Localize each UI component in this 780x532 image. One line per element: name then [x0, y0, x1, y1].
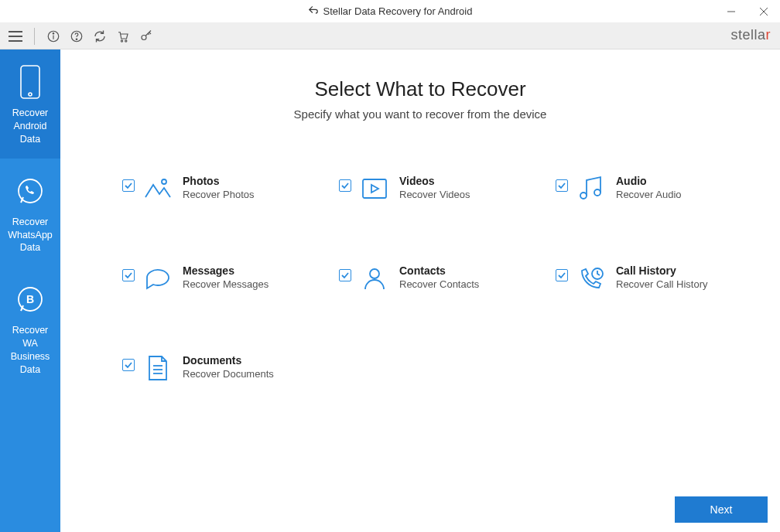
option-title: Videos	[399, 175, 470, 187]
option-messages[interactable]: MessagesRecover Messages	[122, 264, 331, 292]
option-desc: Recover Documents	[183, 368, 274, 380]
close-button[interactable]	[748, 0, 780, 23]
app-title: Stellar Data Recovery for Android	[323, 5, 473, 17]
svg-marker-21	[371, 185, 378, 193]
sidebar-item-whatsapp-data[interactable]: Recover WhatsApp Data	[0, 159, 60, 268]
whatsapp-business-icon: B	[3, 281, 57, 318]
option-videos[interactable]: VideosRecover Videos	[339, 175, 548, 203]
call-history-icon	[577, 264, 605, 292]
option-call-history[interactable]: Call HistoryRecover Call History	[556, 264, 765, 292]
checkbox[interactable]	[556, 269, 568, 281]
brand-logo: stellar	[730, 27, 771, 43]
messages-icon	[144, 264, 172, 292]
option-title: Messages	[183, 264, 269, 277]
page-subtitle: Specify what you want to recover from th…	[76, 107, 765, 121]
toolbar: stellar	[0, 23, 780, 49]
checkbox[interactable]	[556, 179, 568, 192]
checkbox[interactable]	[339, 269, 351, 281]
phone-icon	[3, 63, 57, 101]
svg-text:B: B	[26, 293, 34, 305]
svg-rect-20	[363, 179, 386, 198]
option-title: Documents	[183, 354, 274, 367]
sidebar-item-label: Recover WhatsApp Data	[3, 216, 57, 255]
sidebar-item-label: Recover Android Data	[3, 107, 57, 146]
menu-button[interactable]	[6, 27, 25, 46]
minimize-button[interactable]	[715, 0, 748, 23]
key-icon[interactable]	[137, 27, 156, 46]
help-icon[interactable]	[67, 27, 86, 46]
svg-point-8	[53, 32, 54, 34]
svg-point-22	[580, 193, 587, 199]
checkbox[interactable]	[122, 269, 135, 281]
audio-icon	[577, 175, 605, 203]
sidebar-item-wa-business-data[interactable]: B Recover WA Business Data	[0, 267, 60, 389]
option-contacts[interactable]: ContactsRecover Contacts	[339, 264, 548, 292]
svg-point-10	[76, 39, 77, 40]
next-button[interactable]: Next	[675, 496, 768, 523]
main-panel: Select What to Recover Specify what you …	[60, 49, 780, 532]
whatsapp-icon	[3, 172, 57, 210]
option-desc: Recover Videos	[399, 189, 470, 200]
option-desc: Recover Messages	[183, 278, 269, 290]
toolbar-divider	[34, 28, 35, 45]
photos-icon	[144, 175, 172, 203]
recovery-options-grid: PhotosRecover Photos VideosRecover Video…	[122, 175, 765, 382]
svg-point-11	[121, 39, 122, 41]
svg-point-15	[29, 93, 32, 96]
videos-icon	[361, 175, 388, 203]
checkbox[interactable]	[339, 179, 351, 192]
option-photos[interactable]: PhotosRecover Photos	[122, 175, 331, 203]
option-documents[interactable]: DocumentsRecover Documents	[122, 354, 331, 382]
page-heading: Select What to Recover	[76, 77, 765, 101]
sidebar-item-label: Recover WA Business Data	[3, 324, 57, 377]
svg-point-13	[142, 35, 146, 39]
option-desc: Recover Call History	[616, 278, 707, 290]
option-title: Audio	[616, 175, 682, 187]
option-desc: Recover Photos	[183, 189, 255, 200]
option-title: Contacts	[399, 264, 479, 277]
option-audio[interactable]: AudioRecover Audio	[556, 175, 765, 203]
checkbox[interactable]	[122, 359, 135, 371]
back-arrow-icon	[308, 5, 319, 18]
option-desc: Recover Contacts	[399, 278, 479, 290]
svg-point-23	[594, 189, 600, 196]
titlebar: Stellar Data Recovery for Android	[0, 0, 780, 23]
checkbox[interactable]	[122, 179, 135, 192]
contacts-icon	[361, 264, 388, 292]
refresh-icon[interactable]	[91, 27, 109, 46]
option-title: Photos	[183, 175, 255, 187]
svg-point-24	[370, 269, 379, 278]
sidebar-item-android-data[interactable]: Recover Android Data	[0, 49, 60, 159]
info-icon[interactable]	[44, 27, 63, 46]
svg-point-12	[125, 39, 127, 41]
cart-icon[interactable]	[114, 27, 132, 46]
sidebar: Recover Android Data Recover WhatsApp Da…	[0, 49, 60, 532]
svg-point-19	[162, 179, 166, 184]
option-desc: Recover Audio	[616, 189, 682, 200]
documents-icon	[144, 354, 172, 382]
option-title: Call History	[616, 264, 707, 277]
